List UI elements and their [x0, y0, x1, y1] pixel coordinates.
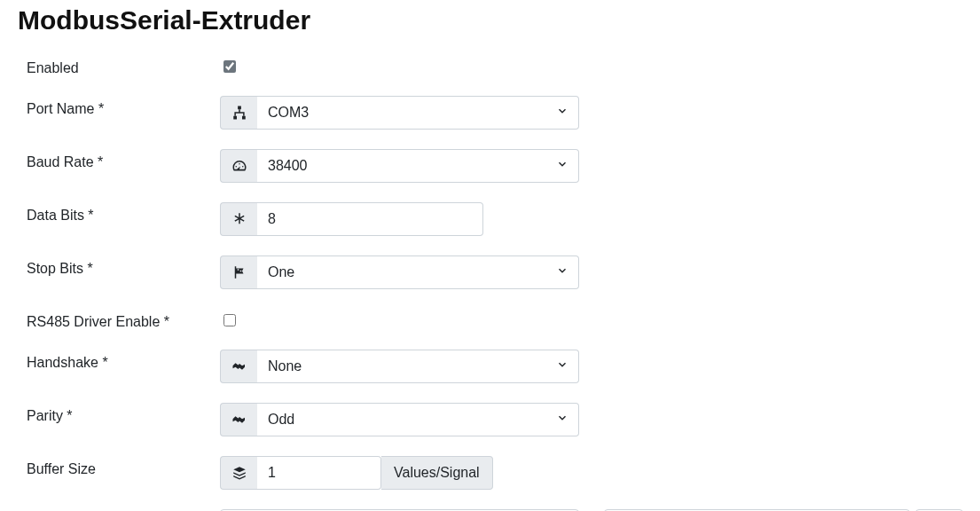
- label-port-name: Port Name *: [27, 96, 220, 117]
- buffer-size-input[interactable]: [257, 456, 381, 490]
- label-enabled: Enabled: [27, 55, 220, 76]
- asterisk-icon: [220, 202, 257, 236]
- network-icon: [220, 96, 257, 130]
- label-stop-bits: Stop Bits *: [27, 256, 220, 277]
- label-buffer-size: Buffer Size: [27, 456, 220, 477]
- label-baud-rate: Baud Rate *: [27, 149, 220, 170]
- port-name-select[interactable]: [257, 96, 579, 130]
- stop-bits-select[interactable]: [257, 256, 579, 289]
- page-title: ModbusSerial-Extruder: [18, 5, 962, 35]
- handshake-select[interactable]: [257, 350, 579, 383]
- svg-rect-4: [239, 271, 241, 272]
- label-data-bits: Data Bits *: [27, 202, 220, 224]
- data-bits-input[interactable]: [257, 202, 483, 236]
- buffer-size-suffix: Values/Signal: [381, 456, 493, 490]
- label-handshake: Handshake *: [27, 350, 220, 371]
- rs485-checkbox[interactable]: [223, 314, 236, 326]
- svg-rect-0: [238, 106, 241, 110]
- layers-icon: [220, 456, 257, 490]
- label-rs485: RS485 Driver Enable *: [27, 309, 220, 330]
- enabled-checkbox[interactable]: [223, 60, 236, 73]
- svg-rect-3: [237, 269, 239, 271]
- baud-rate-select[interactable]: [257, 149, 579, 183]
- svg-rect-2: [242, 116, 246, 120]
- svg-rect-1: [233, 116, 237, 120]
- label-parity: Parity *: [27, 403, 220, 424]
- flag-icon: [220, 256, 257, 289]
- gauge-icon: [220, 149, 257, 183]
- handshake-icon: [220, 403, 257, 436]
- handshake-icon: [220, 350, 257, 383]
- parity-select[interactable]: [257, 403, 579, 436]
